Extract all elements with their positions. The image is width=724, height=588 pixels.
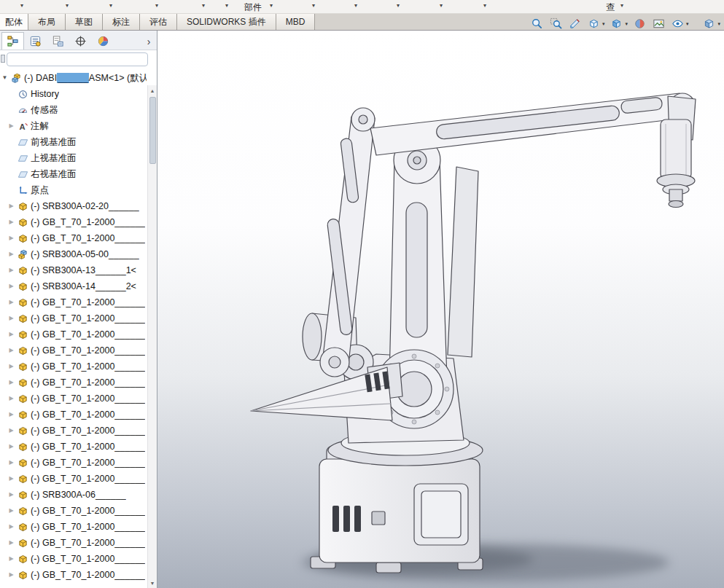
tree-item[interactable]: 原点: [0, 182, 157, 198]
tree-item[interactable]: ▶(-) GB_T_70_1-2000______: [0, 310, 157, 326]
expand-arrow-icon[interactable]: ▶: [7, 540, 16, 546]
tree-item[interactable]: ▶(-) SRB300A-14______2<: [0, 278, 157, 294]
scroll-down-icon[interactable]: ▼: [148, 578, 157, 588]
expand-arrow-icon[interactable]: ▶: [7, 492, 16, 498]
expand-arrow-icon[interactable]: ▶: [7, 524, 16, 530]
tree-item[interactable]: ▶(-) GB_T_70_1-2000______: [0, 423, 157, 439]
expand-arrow-icon[interactable]: ▶: [7, 235, 16, 241]
tree-item[interactable]: ▶(-) GB_T_70_1-2000______: [0, 551, 157, 567]
expand-arrow-icon[interactable]: ▶: [7, 380, 16, 385]
tree-item[interactable]: ▶(-) GB_T_70_1-2000______: [0, 471, 157, 487]
display-cube-icon[interactable]: [702, 17, 716, 31]
expand-arrow-icon[interactable]: ▶: [7, 123, 16, 129]
menu-dropdown-icon[interactable]: ▾: [66, 3, 69, 9]
menu-dropdown-icon[interactable]: ▾: [354, 3, 357, 9]
expand-arrow-icon[interactable]: ▶: [7, 444, 16, 450]
expand-arrow-icon[interactable]: ▶: [7, 332, 16, 337]
panel-tab-featuremanager[interactable]: [1, 32, 24, 50]
expand-arrow-icon[interactable]: ▶: [7, 396, 16, 401]
expand-arrow-icon[interactable]: ▼: [0, 75, 9, 81]
command-tab[interactable]: MBD: [276, 14, 316, 30]
expand-arrow-icon[interactable]: ▶: [7, 315, 16, 321]
dropdown-caret-icon[interactable]: ▾: [602, 21, 605, 26]
menu-dropdown-icon[interactable]: ▾: [109, 3, 112, 9]
expand-arrow-icon[interactable]: ▶: [7, 219, 16, 225]
dropdown-caret-icon[interactable]: ▾: [686, 21, 689, 26]
robot-upper-arm[interactable]: [370, 93, 695, 155]
expand-arrow-icon[interactable]: ▶: [7, 299, 16, 305]
tree-item[interactable]: ▼(-) DABI______ASM<1> (默认<: [0, 70, 157, 86]
menu-dropdown-icon[interactable]: ▾: [270, 3, 273, 9]
tree-item[interactable]: ▶(-) GB_T_70_1-2000______: [0, 455, 157, 471]
edit-appearance-icon[interactable]: [633, 17, 647, 31]
menu-dropdown-icon[interactable]: ▾: [202, 3, 205, 9]
command-tab[interactable]: 评估: [140, 14, 177, 30]
zoom-fit-icon[interactable]: [530, 17, 544, 31]
expand-arrow-icon[interactable]: ▶: [7, 460, 16, 466]
menu-dropdown-icon[interactable]: ▾: [225, 3, 228, 9]
tree-item[interactable]: 右视基准面: [0, 166, 157, 182]
tree-item[interactable]: ▶(-) GB_T_70_1-2000______: [0, 358, 157, 375]
panel-tab-propertymanager[interactable]: [24, 32, 47, 50]
tree-item[interactable]: ▶(-) GB_T_70_1-2000______: [0, 342, 157, 358]
command-tab[interactable]: 草图: [66, 14, 103, 30]
tree-item[interactable]: 传感器: [0, 102, 157, 118]
zoom-area-icon[interactable]: [549, 17, 563, 31]
panel-tab-dimxpertmanager[interactable]: [69, 32, 92, 50]
robot-link-arm[interactable]: [320, 108, 375, 377]
panel-tab-configurationmanager[interactable]: [47, 32, 69, 50]
robot-lower-arm[interactable]: [389, 137, 447, 379]
expand-arrow-icon[interactable]: ▶: [7, 251, 16, 257]
expand-arrow-icon[interactable]: ▶: [7, 428, 16, 434]
expand-arrow-icon[interactable]: ▶: [7, 267, 16, 273]
tree-item[interactable]: History: [0, 86, 157, 102]
menu-dropdown-icon[interactable]: ▾: [483, 3, 486, 9]
command-tab[interactable]: 配体: [0, 14, 28, 30]
display-style-icon[interactable]: [610, 17, 623, 31]
tree-item[interactable]: ▶(-) GB_T_70_1-2000______: [0, 214, 157, 230]
menu-item[interactable]: 部件: [244, 1, 262, 14]
tree-item[interactable]: ▶(-) GB_T_70_1-2000______: [0, 567, 157, 583]
panel-tab-displaymanager[interactable]: [92, 32, 114, 50]
expand-arrow-icon[interactable]: ▶: [7, 348, 16, 353]
tree-item[interactable]: ▶(-) GB_T_70_1-2000______: [0, 375, 157, 391]
apply-scene-icon[interactable]: [652, 17, 666, 31]
expand-arrow-icon[interactable]: ▶: [7, 283, 16, 289]
expand-arrow-icon[interactable]: ▶: [7, 203, 16, 209]
dropdown-caret-icon[interactable]: ▾: [625, 21, 628, 26]
tree-item[interactable]: ▶(-) SRB300A-05-00______: [0, 246, 157, 262]
dropdown-caret-icon[interactable]: ▾: [717, 21, 720, 26]
tree-item[interactable]: 上视基准面: [0, 150, 157, 166]
robot-model[interactable]: [157, 31, 724, 588]
tree-filter-box[interactable]: [7, 52, 148, 66]
view-settings-icon[interactable]: [671, 17, 685, 31]
expand-arrow-icon[interactable]: ▶: [7, 364, 16, 369]
menu-dropdown-icon[interactable]: ▾: [155, 3, 158, 9]
expand-arrow-icon[interactable]: ▶: [7, 556, 16, 562]
tree-item[interactable]: 前视基准面: [0, 134, 157, 150]
tree-item[interactable]: ▶(-) SRB300A-02-20______: [0, 198, 157, 214]
scroll-up-icon[interactable]: ▲: [148, 85, 157, 95]
tree-item[interactable]: ▶(-) GB_T_70_1-2000______: [0, 230, 157, 246]
menu-dropdown-icon[interactable]: ▾: [20, 3, 23, 9]
tree-item[interactable]: ▶(-) GB_T_70_1-2000______: [0, 407, 157, 423]
section-view-icon[interactable]: [568, 17, 582, 31]
command-tab[interactable]: 布局: [28, 14, 66, 30]
tree-item[interactable]: ▶(-) GB_T_70_1-2000______: [0, 439, 157, 455]
tree-item[interactable]: ▶(-) GB_T_70_1-2000______: [0, 535, 157, 551]
tree-item[interactable]: ▶(-) SRB300A-06______: [0, 487, 157, 503]
expand-arrow-icon[interactable]: ▶: [7, 412, 16, 418]
expand-arrow-icon[interactable]: ▶: [7, 572, 16, 578]
graphics-area[interactable]: [157, 31, 724, 588]
tree-item[interactable]: ▶(-) SRB300A-13______1<: [0, 262, 157, 278]
scrollbar-thumb[interactable]: [149, 97, 156, 164]
view-orientation-icon[interactable]: [587, 17, 601, 31]
menu-dropdown-icon[interactable]: ▾: [397, 3, 400, 9]
menu-dropdown-icon[interactable]: ▾: [312, 3, 315, 9]
tree-item[interactable]: ▶(-) GB_T_70_1-2000______: [0, 294, 157, 310]
chevron-right-icon[interactable]: [142, 36, 155, 50]
tree-item[interactable]: ▶(-) GB_T_70_1-2000______: [0, 503, 157, 519]
tree-item[interactable]: ▶(-) GB_T_70_1-2000______: [0, 519, 157, 535]
tree-item[interactable]: ▶(-) GB_T_70_1-2000______: [0, 391, 157, 407]
command-tab[interactable]: SOLIDWORKS 插件: [177, 14, 276, 30]
